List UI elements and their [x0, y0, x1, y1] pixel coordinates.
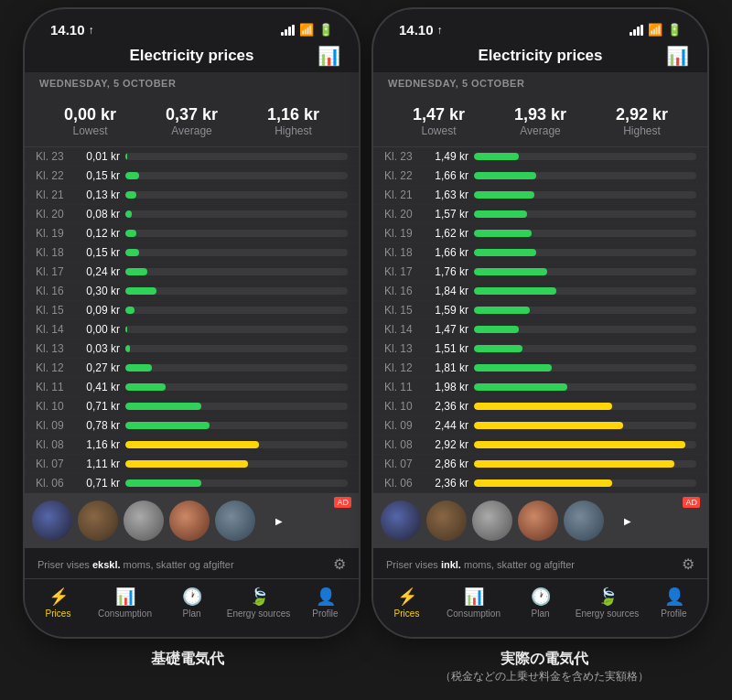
- list-item: Kl. 170,24 kr: [25, 263, 359, 282]
- phones-container: 14.10 ↑ 📶 🔋 Electricity prices: [16, 9, 716, 637]
- settings-icon-right[interactable]: ⚙: [682, 555, 694, 573]
- list-item: Kl. 180,15 kr: [25, 243, 359, 263]
- price-bar-container: [474, 460, 696, 468]
- list-item: Kl. 191,62 kr: [373, 224, 707, 243]
- ad-img-4-left: [169, 501, 210, 541]
- list-item: Kl. 201,57 kr: [373, 205, 707, 224]
- price-bar-container: [125, 287, 348, 295]
- price-bar: [125, 287, 156, 295]
- hour-label: Kl. 13: [36, 342, 72, 355]
- price-bar-container: [474, 191, 696, 199]
- list-item: Kl. 161,84 kr: [373, 282, 707, 301]
- consumption-icon-right: 📊: [464, 587, 484, 607]
- highest-value-right: 2,92 kr: [616, 105, 668, 124]
- list-item: Kl. 071,11 kr: [25, 455, 359, 474]
- price-value: 1,51 kr: [421, 342, 468, 355]
- list-item: Kl. 171,76 kr: [373, 263, 707, 282]
- price-bar-container: [125, 479, 348, 487]
- list-item: Kl. 141,47 kr: [373, 320, 707, 339]
- tab-plan-right[interactable]: 🕐 Plan: [507, 587, 574, 619]
- price-value: 0,01 kr: [72, 150, 120, 163]
- status-bar-left: 14.10 ↑ 📶 🔋: [25, 9, 359, 43]
- prices-icon-right: ⚡: [397, 587, 417, 607]
- ad-img-3-left: [124, 501, 164, 541]
- price-bar-container: [125, 268, 348, 275]
- time-right: 14.10: [399, 22, 434, 38]
- tab-plan-left[interactable]: 🕐 Plan: [158, 587, 225, 619]
- caption-left-main: 基礎電気代: [21, 650, 355, 669]
- price-bar: [474, 230, 532, 237]
- price-bar: [474, 422, 623, 429]
- price-value: 1,63 kr: [421, 188, 468, 201]
- price-value: 0,71 kr: [72, 477, 120, 490]
- summary-average-left: 0,37 kr Average: [166, 105, 218, 137]
- tab-consumption-left[interactable]: 📊 Consumption: [92, 587, 158, 619]
- chart-icon-right[interactable]: 📊: [666, 45, 689, 67]
- price-value: 0,27 kr: [72, 361, 120, 374]
- price-bar: [125, 383, 166, 391]
- footer-text-right: Priser vises inkl. moms, skatter og afgi…: [386, 559, 575, 570]
- highest-value-left: 1,16 kr: [267, 105, 319, 124]
- price-bar-container: [125, 210, 348, 218]
- list-item: Kl. 060,71 kr: [25, 474, 359, 493]
- tab-prices-left[interactable]: ⚡ Prices: [25, 587, 92, 619]
- tab-consumption-right[interactable]: 📊 Consumption: [440, 587, 507, 619]
- price-bar-container: [474, 153, 696, 160]
- summary-left: 0,00 kr Lowest 0,37 kr Average 1,16 kr H…: [25, 94, 359, 147]
- price-value: 1,66 kr: [421, 246, 468, 259]
- consumption-label-right: Consumption: [447, 608, 501, 619]
- tab-profile-right[interactable]: 👤 Profile: [640, 587, 707, 619]
- hour-label: Kl. 08: [36, 438, 72, 451]
- price-bar-container: [125, 403, 348, 410]
- tab-prices-right[interactable]: ⚡ Prices: [373, 587, 440, 619]
- wifi-icon-left: 📶: [299, 23, 314, 37]
- price-bar-container: [125, 441, 348, 448]
- price-value: 0,08 kr: [72, 208, 120, 221]
- settings-icon-left[interactable]: ⚙: [333, 555, 346, 573]
- price-value: 2,44 kr: [421, 419, 468, 432]
- price-list-left: Kl. 230,01 krKl. 220,15 krKl. 210,13 krK…: [25, 147, 359, 493]
- list-item: Kl. 181,66 kr: [373, 243, 707, 263]
- captions-row: 基礎電気代 実際の電気代 （税金などの上乗せ料金を含めた実額格）: [0, 650, 732, 684]
- ad-img-5-left: [215, 501, 255, 541]
- price-bar-container: [474, 479, 696, 487]
- price-bar-container: [125, 460, 348, 468]
- phone-right: 14.10 ↑ 📶 🔋 Electricity prices: [373, 9, 707, 637]
- ad-img-4-right: [518, 501, 558, 541]
- hour-label: Kl. 15: [384, 304, 421, 317]
- hour-label: Kl. 21: [384, 188, 421, 201]
- price-value: 0,03 kr: [72, 342, 120, 355]
- price-bar-container: [125, 172, 348, 179]
- list-item: Kl. 231,49 kr: [373, 147, 707, 167]
- highest-label-right: Highest: [616, 124, 668, 137]
- chart-icon-left[interactable]: 📊: [318, 45, 340, 67]
- price-value: 0,30 kr: [72, 285, 120, 297]
- average-label-right: Average: [514, 124, 566, 137]
- ad-img-1-right: [381, 501, 421, 541]
- list-item: Kl. 092,44 kr: [373, 416, 707, 436]
- hour-label: Kl. 09: [384, 419, 421, 432]
- average-label-left: Average: [166, 124, 218, 137]
- price-bar: [125, 307, 135, 314]
- hour-label: Kl. 14: [36, 323, 72, 336]
- list-item: Kl. 210,13 kr: [25, 186, 359, 205]
- hour-label: Kl. 18: [384, 246, 421, 259]
- price-value: 1,66 kr: [421, 169, 468, 182]
- price-bar: [474, 268, 547, 275]
- energy-label-left: Energy sources: [227, 608, 290, 619]
- signal-icon-left: [281, 25, 295, 36]
- price-bar: [474, 191, 534, 199]
- tab-energy-right[interactable]: 🍃 Energy sources: [574, 587, 640, 619]
- lowest-value-left: 0,00 kr: [64, 105, 116, 124]
- price-bar-container: [474, 287, 696, 295]
- price-bar: [125, 479, 201, 487]
- wifi-icon-right: 📶: [648, 23, 662, 37]
- list-item: Kl. 190,12 kr: [25, 224, 359, 243]
- price-bar-container: [125, 153, 348, 160]
- price-bar-container: [474, 403, 696, 410]
- tab-energy-left[interactable]: 🍃 Energy sources: [225, 587, 292, 619]
- price-bar: [125, 230, 136, 237]
- price-value: 0,41 kr: [72, 381, 120, 393]
- tab-profile-left[interactable]: 👤 Profile: [292, 587, 359, 619]
- date-header-right: WEDNESDAY, 5 OCTOBER: [373, 72, 707, 94]
